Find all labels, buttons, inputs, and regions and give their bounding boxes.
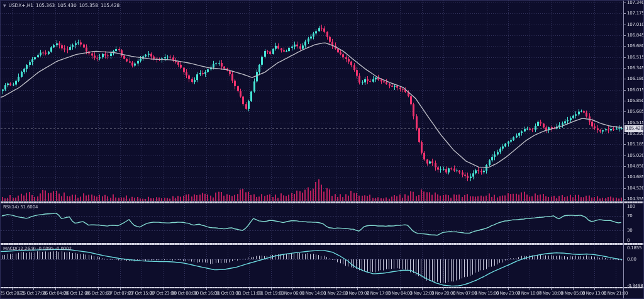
price-axis-label: 105.350 [627, 131, 644, 136]
time-axis-tick [465, 288, 465, 290]
price-axis-tick [624, 144, 626, 145]
time-axis-tick [314, 288, 314, 290]
time-axis-label: 6 Nov 07:00 [453, 291, 477, 296]
time-axis-label: 3 Nov 12:00 [410, 291, 434, 296]
time-axis-tick [594, 288, 595, 290]
price-axis-tick [624, 155, 626, 156]
time-axis-tick [163, 288, 164, 290]
price-axis-label: 104.520 [627, 186, 644, 191]
rsi-scale-label: 70 [627, 213, 633, 218]
macd-scale-label: -0.3498 [627, 283, 643, 288]
close-value: 105.428 [101, 3, 119, 8]
symbol-period-label: USDX+,H1 [9, 3, 33, 8]
time-axis-label: 7 Nov 10:00 [518, 291, 541, 296]
time-axis-tick [530, 288, 530, 290]
time-axis-tick [616, 288, 616, 290]
price-axis-label: 104.850 [627, 164, 644, 169]
price-axis-column[interactable]: 105.428 107.340107.175107.010106.845106.… [623, 1, 644, 299]
price-axis-tick [624, 57, 626, 58]
price-axis-tick [624, 177, 626, 178]
price-axis-label: 106.345 [627, 65, 644, 71]
price-axis-label: 105.020 [627, 153, 644, 158]
time-axis-tick [55, 288, 56, 290]
price-axis-label: 106.515 [627, 55, 644, 60]
price-axis-tick [624, 199, 626, 200]
price-axis-label: 105.185 [627, 142, 644, 147]
price-axis-label: 106.180 [627, 76, 644, 81]
time-axis-label: 1 Nov 14:00 [302, 291, 326, 296]
price-axis-label: 106.015 [627, 87, 644, 93]
price-chart-canvas[interactable] [1, 1, 623, 201]
time-axis-tick [487, 288, 487, 290]
price-axis-tick [624, 90, 626, 91]
macd-chart-canvas[interactable] [1, 245, 623, 287]
time-axis-tick [336, 288, 336, 290]
price-axis-label: 104.685 [627, 174, 644, 179]
time-axis-tick [206, 288, 207, 290]
price-axis-label: 107.340 [627, 0, 644, 5]
time-axis-label: 6 Nov 23:00 [496, 291, 520, 296]
time-axis-tick [357, 288, 358, 290]
time-axis-tick [400, 288, 401, 290]
price-axis-tick [624, 79, 626, 79]
time-axis-tick [12, 288, 13, 290]
macd-main-value: -0.0095 [37, 246, 53, 251]
rsi-value: 51.6004 [20, 205, 38, 210]
time-axis-tick [184, 288, 185, 290]
rsi-scale-label: 100 [627, 204, 635, 209]
time-axis-tick [271, 288, 272, 290]
rsi-panel[interactable] [1, 203, 623, 243]
time-axis-label: 1 Nov 22:00 [324, 291, 348, 296]
time-axis-label: 6 Nov 15:00 [475, 291, 499, 296]
rsi-scale-label: 30 [627, 228, 633, 233]
price-axis-label: 105.850 [627, 98, 644, 103]
macd-panel[interactable] [1, 245, 623, 287]
time-axis-tick [573, 288, 574, 290]
time-axis-tick [98, 288, 99, 290]
price-axis-label: 104.355 [627, 196, 644, 201]
macd-scale-label: 0.1855 [627, 245, 641, 251]
price-axis-label: 106.845 [627, 33, 644, 38]
time-axis-label: 3 Nov 04:00 [388, 291, 412, 296]
time-axis-label: 8 Nov 05:00 [561, 291, 585, 296]
trading-chart-window: ▼USDX+,H1105.363105.430105.358105.428 RS… [0, 0, 644, 299]
time-axis-tick [551, 288, 552, 290]
price-axis-tick [624, 3, 626, 3]
rsi-label: RSI(14) 51.6004 [3, 205, 38, 210]
high-value: 105.430 [57, 3, 76, 8]
price-axis-label: 105.515 [627, 120, 644, 125]
price-axis-tick [624, 25, 626, 25]
time-axis-tick [33, 288, 34, 290]
low-value: 105.358 [79, 3, 98, 8]
triangle-down-icon[interactable]: ▼ [3, 3, 6, 8]
time-axis-tick [379, 288, 379, 290]
price-axis-tick [624, 46, 626, 47]
macd-signal-value: -0.0002 [55, 246, 71, 251]
time-axis-tick [249, 288, 250, 290]
macd-label: MACD(12,26,9) -0.0095 -0.0002 [3, 246, 72, 251]
price-axis-tick [624, 166, 626, 167]
price-axis-label: 107.010 [627, 22, 644, 27]
price-panel[interactable] [1, 1, 623, 201]
time-axis-label: 3 Nov 20:00 [431, 291, 455, 296]
rsi-chart-canvas[interactable] [1, 203, 623, 243]
price-axis-label: 106.680 [627, 43, 644, 48]
price-axis-label: 105.685 [627, 109, 644, 114]
price-axis-tick [624, 68, 626, 69]
time-axis-tick [422, 288, 423, 290]
time-axis-tick [120, 288, 121, 290]
time-axis-tick [508, 288, 509, 290]
time-axis-tick [443, 288, 444, 290]
chart-title: ▼USDX+,H1105.363105.430105.358105.428 [3, 3, 122, 8]
open-value: 105.363 [36, 3, 55, 8]
price-axis-tick [624, 188, 626, 189]
time-axis-label: 8 Nov 13:00 [582, 291, 606, 296]
price-axis-tick [624, 123, 626, 123]
time-axis[interactable]: 25 Oct 202325 Oct 17:0026 Oct 04:0026 Oc… [1, 288, 623, 299]
price-axis-tick [624, 13, 626, 14]
time-axis-tick [77, 288, 77, 290]
rsi-scale-label: 0 [627, 238, 630, 243]
macd-name: MACD(12,26,9) [3, 246, 36, 251]
time-axis-tick [228, 288, 228, 290]
price-axis-tick [624, 133, 626, 134]
